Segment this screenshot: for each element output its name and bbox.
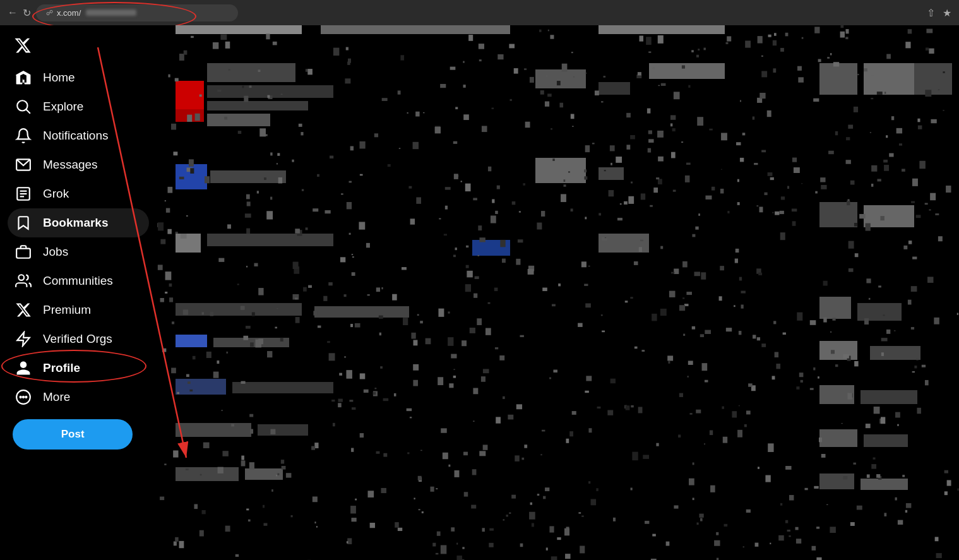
svg-point-14: [23, 396, 24, 398]
nav-item-profile[interactable]: Profile: [8, 354, 149, 383]
svg-line-3: [26, 109, 30, 114]
premium-label: Premium: [43, 303, 91, 317]
communities-label: Communities: [43, 274, 113, 288]
svg-point-13: [20, 396, 21, 398]
post-button[interactable]: Post: [13, 419, 133, 450]
notifications-label: Notifications: [43, 129, 109, 143]
back-button[interactable]: ←: [8, 7, 18, 18]
content-canvas: [157, 25, 958, 560]
browser-chrome: ← ↻ ☍ x.com/ ⇧ ★: [0, 0, 959, 25]
refresh-button[interactable]: ↻: [23, 7, 31, 19]
nav-item-home[interactable]: Home: [8, 63, 149, 92]
nav-item-communities[interactable]: Communities: [8, 266, 149, 295]
profile-label: Profile: [43, 361, 80, 375]
address-blurred: [86, 9, 136, 16]
nav-item-grok[interactable]: Grok: [8, 179, 149, 208]
grok-label: Grok: [43, 187, 69, 201]
home-label: Home: [43, 71, 75, 85]
svg-point-10: [18, 275, 24, 280]
site-icon: ☍: [46, 9, 53, 17]
address-text: x.com/: [57, 8, 81, 18]
bookmark-star-icon[interactable]: ★: [943, 7, 951, 19]
search-icon: [15, 98, 32, 115]
messages-label: Messages: [43, 158, 98, 172]
nav-item-bookmarks[interactable]: Bookmarks: [8, 208, 149, 237]
content-area: [157, 25, 959, 560]
nav-item-more[interactable]: More: [8, 383, 149, 412]
share-icon[interactable]: ⇧: [927, 7, 935, 19]
nav-item-jobs[interactable]: Jobs: [8, 237, 149, 266]
svg-point-15: [25, 396, 27, 398]
svg-rect-9: [16, 249, 30, 258]
nav-item-verified-orgs[interactable]: Verified Orgs: [8, 325, 149, 354]
browser-right-icons: ⇧ ★: [927, 7, 951, 19]
lightning-icon: [15, 331, 32, 347]
people-icon: [15, 273, 32, 289]
sidebar: Home Explore Notifications: [0, 25, 157, 560]
nav-item-notifications[interactable]: Notifications: [8, 121, 149, 150]
premium-icon: [15, 302, 32, 318]
address-bar[interactable]: ☍ x.com/: [36, 4, 238, 21]
briefcase-icon: [15, 244, 32, 260]
explore-label: Explore: [43, 100, 83, 114]
bookmark-icon: [15, 215, 32, 231]
envelope-icon: [15, 157, 32, 173]
more-label: More: [43, 390, 70, 404]
dots-circle-icon: [15, 389, 32, 405]
x-logo-icon: [14, 37, 32, 54]
verified-orgs-label: Verified Orgs: [43, 332, 112, 346]
nav-item-explore[interactable]: Explore: [8, 92, 149, 121]
person-icon: [15, 360, 32, 376]
pixelated-content: [157, 25, 959, 560]
x-logo[interactable]: [8, 30, 38, 61]
main-layout: Home Explore Notifications: [0, 25, 959, 560]
home-icon: [15, 69, 32, 86]
nav-item-messages[interactable]: Messages: [8, 150, 149, 179]
nav-item-profile-container: Profile: [8, 354, 149, 383]
jobs-label: Jobs: [43, 245, 68, 259]
svg-marker-11: [17, 332, 30, 346]
nav-item-premium[interactable]: Premium: [8, 295, 149, 325]
bell-icon: [15, 128, 32, 144]
grok-icon: [15, 186, 32, 202]
bookmarks-label: Bookmarks: [43, 216, 109, 230]
